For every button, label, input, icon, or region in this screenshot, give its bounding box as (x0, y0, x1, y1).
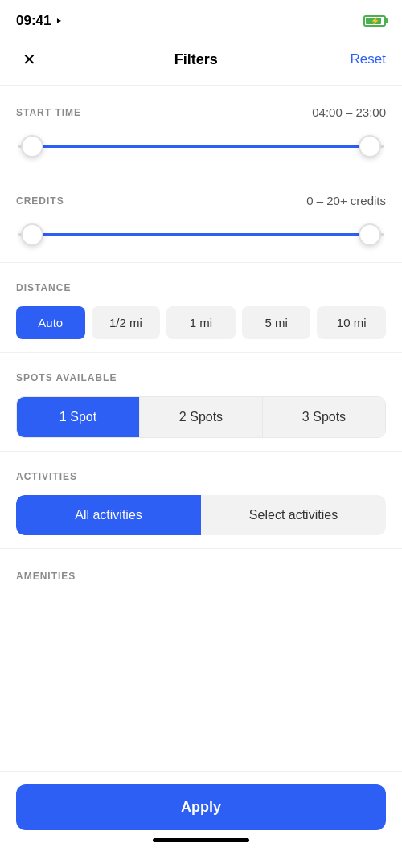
start-time-label: START TIME (16, 107, 81, 118)
activities-section: ACTIVITIES All activities Select activit… (0, 452, 402, 549)
header-title: Filters (174, 51, 218, 68)
credits-value: 0 – 20+ credits (306, 194, 386, 207)
start-time-value: 04:00 – 23:00 (312, 105, 386, 119)
activities-button-group: All activities Select activities (16, 495, 386, 535)
amenities-label: AMENITIES (16, 571, 76, 582)
distance-btn-10mi[interactable]: 10 mi (317, 306, 386, 339)
distance-btn-5mi[interactable]: 5 mi (242, 306, 311, 339)
activities-label: ACTIVITIES (16, 471, 77, 482)
start-time-slider[interactable] (18, 132, 384, 161)
reset-button[interactable]: Reset (351, 51, 386, 68)
spots-btn-3[interactable]: 3 Spots (263, 397, 385, 437)
spots-button-group: 1 Spot 2 Spots 3 Spots (16, 396, 386, 438)
start-time-thumb-left[interactable] (21, 135, 43, 158)
distance-label: DISTANCE (16, 282, 71, 293)
status-time: 09:41 ‣ (16, 13, 62, 29)
distance-section: DISTANCE Auto 1/2 mi 1 mi 5 mi 10 mi (0, 263, 402, 353)
battery-icon: ⚡ (363, 15, 386, 27)
close-button[interactable]: ✕ (16, 47, 42, 72)
distance-btn-1mi[interactable]: 1 mi (166, 306, 236, 339)
amenities-section: AMENITIES (0, 549, 402, 596)
credits-slider[interactable] (18, 220, 384, 249)
credits-thumb-right[interactable] (359, 223, 381, 246)
credits-label: CREDITS (16, 195, 64, 207)
status-bar: 09:41 ‣ ⚡ (0, 0, 402, 39)
spots-section: SPOTS AVAILABLE 1 Spot 2 Spots 3 Spots (0, 353, 402, 452)
distance-btn-auto[interactable]: Auto (16, 306, 85, 339)
credits-thumb-left[interactable] (21, 223, 43, 246)
spots-label: SPOTS AVAILABLE (16, 372, 117, 383)
header: ✕ Filters Reset (0, 39, 402, 86)
start-time-section: START TIME 04:00 – 23:00 (0, 86, 402, 174)
apply-area: Apply (0, 771, 402, 868)
distance-btn-half-mi[interactable]: 1/2 mi (92, 306, 161, 339)
credits-section: CREDITS 0 – 20+ credits (0, 174, 402, 263)
distance-button-group: Auto 1/2 mi 1 mi 5 mi 10 mi (16, 306, 386, 339)
spots-btn-1[interactable]: 1 Spot (17, 397, 140, 437)
start-time-thumb-right[interactable] (359, 135, 381, 158)
time-display: 09:41 (16, 13, 51, 29)
home-indicator (153, 838, 249, 842)
status-right: ⚡ (363, 15, 386, 27)
spots-btn-2[interactable]: 2 Spots (140, 397, 263, 437)
apply-button[interactable]: Apply (16, 784, 386, 830)
activities-btn-select[interactable]: Select activities (201, 495, 386, 535)
location-icon: ‣ (55, 15, 62, 27)
activities-btn-all[interactable]: All activities (16, 495, 201, 535)
